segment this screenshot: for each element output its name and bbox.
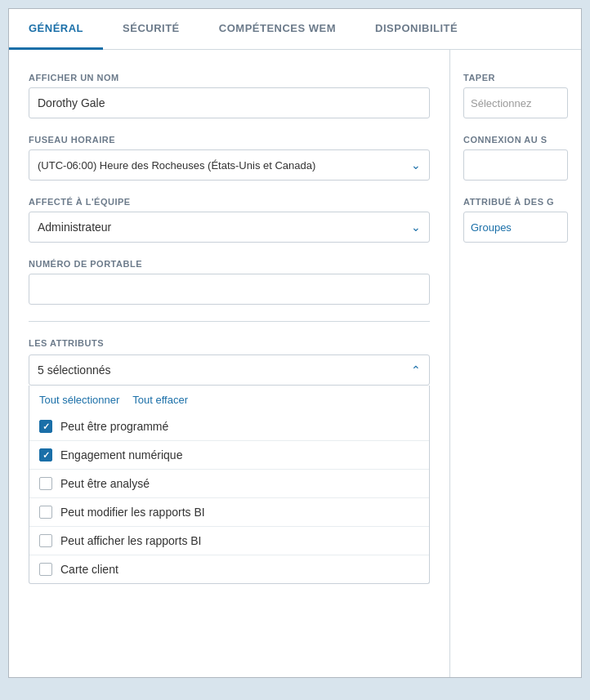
groups-select[interactable]: Groupes [463, 212, 568, 243]
type-label: TAPER [463, 73, 568, 82]
clear-all-link[interactable]: Tout effacer [132, 394, 188, 406]
timezone-value: (UTC-06:00) Heure des Rocheuses (États-U… [38, 159, 315, 172]
tab-bar: GÉNÉRAL SÉCURITÉ COMPÉTENCES WEM DISPONI… [9, 9, 581, 50]
row-timezone-connexion: FUSEAU HORAIRE (UTC-06:00) Heure des Roc… [29, 135, 430, 181]
display-name-input[interactable] [29, 87, 430, 118]
group-mobile: NUMÉRO DE PORTABLE [29, 259, 430, 305]
type-select[interactable]: Sélectionnez [463, 87, 568, 118]
timezone-chevron-icon: ⌄ [411, 158, 421, 172]
list-item[interactable]: Peut afficher les rapports BI [29, 526, 429, 555]
content-area: AFFICHER UN NOM FUSEAU HORAIRE (UTC-06:0… [9, 50, 581, 677]
team-chevron-icon: ⌄ [411, 221, 421, 234]
item-label-analysable: Peut être analysé [60, 477, 150, 490]
checkbox-programmable[interactable] [39, 420, 52, 433]
attributes-dropdown-toggle[interactable]: 5 sélectionnés ⌃ [29, 354, 430, 386]
attributes-section: LES ATTRIBUTS 5 sélectionnés ⌃ Tout séle… [29, 338, 430, 584]
tab-disponibilite[interactable]: DISPONIBILITÉ [355, 9, 477, 50]
checkbox-rapports-modifier[interactable] [39, 506, 52, 519]
tab-competences[interactable]: COMPÉTENCES WEM [199, 9, 355, 50]
checkbox-carte-client[interactable] [39, 563, 52, 576]
attributes-label: LES ATTRIBUTS [29, 338, 430, 348]
display-name-label: AFFICHER UN NOM [29, 73, 430, 82]
type-placeholder: Sélectionnez [471, 97, 531, 109]
groups-label: ATTRIBUÉ À DES G [463, 197, 568, 207]
attributes-dropdown-panel: Tout sélectionner Tout effacer Peut être… [29, 386, 430, 584]
item-label-carte-client: Carte client [60, 563, 118, 576]
checkbox-numerique[interactable] [39, 448, 52, 461]
list-item[interactable]: Peut modifier les rapports BI [29, 497, 429, 526]
list-item[interactable]: Carte client [29, 555, 429, 583]
group-display-name: AFFICHER UN NOM [29, 73, 430, 118]
checkbox-rapports-afficher[interactable] [39, 534, 52, 547]
team-value: Administrateur [38, 221, 111, 234]
timezone-select[interactable]: (UTC-06:00) Heure des Rocheuses (États-U… [29, 149, 430, 181]
groups-value: Groupes [471, 221, 512, 234]
item-label-programmable: Peut être programmé [60, 420, 168, 433]
team-select[interactable]: Administrateur ⌄ [29, 212, 430, 243]
connexion-input[interactable] [463, 149, 568, 181]
right-group-type: TAPER Sélectionnez [463, 73, 568, 118]
row-team-groups: AFFECTÉ À L'ÉQUIPE Administrateur ⌄ [29, 197, 430, 243]
list-item[interactable]: Peut être analysé [29, 469, 429, 497]
attributes-chevron-up-icon: ⌃ [411, 363, 421, 377]
section-divider [29, 321, 430, 322]
mobile-label: NUMÉRO DE PORTABLE [29, 259, 430, 269]
group-team: AFFECTÉ À L'ÉQUIPE Administrateur ⌄ [29, 197, 430, 243]
attributes-selected-count: 5 sélectionnés [38, 363, 111, 377]
row-displayname-type: AFFICHER UN NOM [29, 73, 430, 118]
group-timezone: FUSEAU HORAIRE (UTC-06:00) Heure des Roc… [29, 135, 430, 181]
row-mobile: NUMÉRO DE PORTABLE [29, 259, 430, 305]
attributes-items: Peut être programmé Engagement numérique… [29, 412, 429, 583]
item-label-rapports-modifier: Peut modifier les rapports BI [60, 506, 205, 519]
right-group-groups: ATTRIBUÉ À DES G Groupes [463, 197, 568, 243]
right-panel: TAPER Sélectionnez CONNEXION AU S ATTRIB… [450, 50, 581, 677]
main-panel: AFFICHER UN NOM FUSEAU HORAIRE (UTC-06:0… [9, 50, 450, 677]
team-label: AFFECTÉ À L'ÉQUIPE [29, 197, 430, 207]
item-label-numerique: Engagement numérique [60, 448, 182, 461]
right-group-connexion: CONNEXION AU S [463, 135, 568, 181]
connexion-label: CONNEXION AU S [463, 135, 568, 145]
select-all-link[interactable]: Tout sélectionner [39, 394, 119, 406]
timezone-label: FUSEAU HORAIRE [29, 135, 430, 145]
checkbox-analysable[interactable] [39, 477, 52, 490]
mobile-input[interactable] [29, 274, 430, 305]
tab-security[interactable]: SÉCURITÉ [103, 9, 199, 50]
tab-general[interactable]: GÉNÉRAL [9, 9, 103, 50]
list-item[interactable]: Peut être programmé [29, 412, 429, 440]
main-window: GÉNÉRAL SÉCURITÉ COMPÉTENCES WEM DISPONI… [8, 8, 582, 678]
item-label-rapports-afficher: Peut afficher les rapports BI [60, 534, 202, 547]
dropdown-actions: Tout sélectionner Tout effacer [29, 386, 429, 412]
list-item[interactable]: Engagement numérique [29, 440, 429, 469]
